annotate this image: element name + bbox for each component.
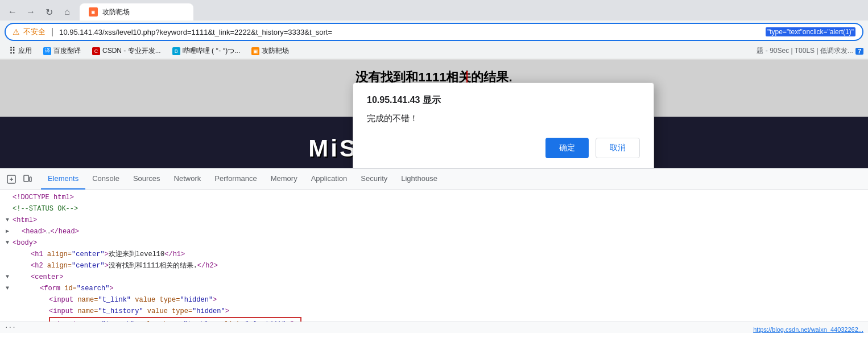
h1-close-tag: </h1> xyxy=(164,249,185,260)
devtools-panel: Elements Console Sources Network Perform… xyxy=(0,168,868,333)
security-warning-icon: ⚠ xyxy=(13,27,20,36)
target-icon: ▣ xyxy=(251,47,259,55)
tab-sources[interactable]: Sources xyxy=(126,169,167,190)
bookmark-bilibili-label: 哔哩哔哩 ( °- °)つ... xyxy=(183,46,241,56)
h2-content: 没有找到和1111相关的结果. xyxy=(109,260,197,271)
collapse-arrow[interactable] xyxy=(6,249,13,260)
reload-button[interactable]: ↻ xyxy=(41,4,57,20)
input1-space xyxy=(131,294,135,306)
tab-bar: ← → ↻ ⌂ ▣ 攻防靶场 xyxy=(0,0,868,20)
dom-line-form[interactable]: ▼ <form id="search"> xyxy=(5,283,863,294)
bookmark-apps-label: 应用 xyxy=(18,46,32,56)
csdn-icon: C xyxy=(92,47,100,55)
csdn-link[interactable]: https://blog.csdn.net/waixn_44032262... xyxy=(749,326,868,333)
ext-badge: 7 xyxy=(855,48,863,55)
head-tag: <head> xyxy=(22,226,46,237)
phone-icon xyxy=(23,175,32,184)
dom-line-body[interactable]: ▼ <body> xyxy=(5,237,863,249)
back-button[interactable]: ← xyxy=(5,4,20,20)
active-tab[interactable]: ▣ 攻防靶场 xyxy=(80,3,193,20)
tab-network[interactable]: Network xyxy=(167,169,208,190)
doctype-text: <!DOCTYPE html> xyxy=(13,192,74,203)
page-content: 没有找到和1111相关的结果. MiSSiOn LEVEL 10 type=te… xyxy=(0,60,868,168)
collapse-arrow[interactable]: ▼ xyxy=(6,237,13,249)
bookmark-target-label: 攻防靶场 xyxy=(262,46,289,56)
tab-console[interactable]: Console xyxy=(85,169,126,190)
dom-line-head[interactable]: ▶ <head>…</head> xyxy=(5,226,863,237)
dom-line-h1[interactable]: <h1 align="center">欢迎来到level10</h1> xyxy=(5,249,863,260)
collapse-arrow[interactable] xyxy=(6,203,13,215)
dom-line-input2[interactable]: <input name="t_history" value type="hidd… xyxy=(5,306,863,317)
apps-icon: ⠿ xyxy=(9,46,16,56)
h1-attr: align= xyxy=(47,249,72,260)
address-input-wrap[interactable]: ⚠ 不安全 | 10.95.141.43/xss/level10.php?key… xyxy=(5,23,863,41)
collapse-arrow[interactable]: ▼ xyxy=(6,271,13,283)
input2-tag: <input xyxy=(49,306,77,317)
collapse-arrow[interactable] xyxy=(6,306,13,317)
html-tag: <html> xyxy=(13,215,37,226)
home-button[interactable]: ⌂ xyxy=(59,4,75,20)
devtools-status-bar: ··· https://blog.csdn.net/waixn_44032262… xyxy=(0,322,868,333)
input2-space xyxy=(143,306,147,317)
input2-type-val: "hidden" xyxy=(192,306,225,317)
input1-close: > xyxy=(213,294,217,306)
collapse-arrow[interactable]: ▶ xyxy=(6,226,13,237)
center-tag: <center> xyxy=(31,271,64,283)
input1-name-attr: name= xyxy=(77,294,98,306)
devtools-tabs: Elements Console Sources Network Perform… xyxy=(0,169,868,190)
input2-name-val: "t_history" xyxy=(98,306,143,317)
collapse-arrow[interactable] xyxy=(6,260,13,271)
bookmark-baidu[interactable]: 译 百度翻译 xyxy=(39,45,85,57)
forward-button[interactable]: → xyxy=(23,4,39,20)
h2-attr-val: "center" xyxy=(72,260,105,271)
dom-line-status[interactable]: <!--STATUS OK--> xyxy=(5,203,863,215)
bookmark-target[interactable]: ▣ 攻防靶场 xyxy=(247,45,294,57)
collapse-arrow[interactable]: ▼ xyxy=(6,215,13,226)
input1-name-val: "t_link" xyxy=(98,294,131,306)
body-tag: <body> xyxy=(13,237,37,249)
form-id-val: "search" xyxy=(77,283,110,294)
tab-performance[interactable]: Performance xyxy=(208,169,263,190)
input2-close: > xyxy=(225,306,229,317)
input2-type-attr: type= xyxy=(172,306,192,317)
bookmark-bilibili[interactable]: B 哔哩哔哩 ( °- °)つ... xyxy=(168,45,245,57)
collapse-arrow[interactable]: ▼ xyxy=(6,283,13,294)
address-bar: ⚠ 不安全 | 10.95.141.43/xss/level10.php?key… xyxy=(0,20,868,43)
tab-memory[interactable]: Memory xyxy=(264,169,304,190)
svg-rect-4 xyxy=(30,177,31,182)
collapse-arrow[interactable] xyxy=(6,294,13,306)
inspect-icon-button[interactable] xyxy=(5,172,18,186)
tab-security[interactable]: Security xyxy=(354,169,394,190)
tab-lighthouse[interactable]: Lighthouse xyxy=(394,169,444,190)
url-main: 10.95.141.43/xss/level10.php?keyword=111… xyxy=(59,28,762,36)
dom-viewer: <!DOCTYPE html> <!--STATUS OK--> ▼ <html… xyxy=(0,190,868,333)
h1-attr-val: "center" xyxy=(72,249,105,260)
input1-type-attr: type= xyxy=(159,294,180,306)
nav-buttons: ← → ↻ ⌂ xyxy=(5,4,75,20)
bookmark-csdn[interactable]: C CSDN - 专业开发... xyxy=(88,45,166,57)
tab-application[interactable]: Application xyxy=(304,169,354,190)
dom-line-input1[interactable]: <input name="t_link" value type="hidden"… xyxy=(5,294,863,306)
device-icon-button[interactable] xyxy=(20,172,34,186)
bookmark-csdn-label: CSDN - 专业开发... xyxy=(102,46,161,56)
url-highlight: "type="text"onclick="alert(1)" xyxy=(766,27,855,36)
tab-title: 攻防靶场 xyxy=(102,7,184,17)
bilibili-icon: B xyxy=(172,47,180,55)
h1-content: 欢迎来到level10 xyxy=(109,249,164,260)
dom-line-html[interactable]: ▼ <html> xyxy=(5,215,863,226)
tab-elements[interactable]: Elements xyxy=(41,169,85,190)
baidu-icon: 译 xyxy=(43,47,51,55)
h2-tag: <h2 xyxy=(31,260,47,271)
collapse-arrow[interactable] xyxy=(6,192,13,203)
h2-attr: align= xyxy=(47,260,72,271)
alert-confirm-button[interactable]: 确定 xyxy=(545,138,589,158)
dom-line-center[interactable]: ▼ <center> xyxy=(5,271,863,283)
devtools-icons xyxy=(5,172,34,186)
alert-cancel-button[interactable]: 取消 xyxy=(596,138,640,158)
dom-line-doctype[interactable]: <!DOCTYPE html> xyxy=(5,192,863,203)
bookmark-apps[interactable]: ⠿ 应用 xyxy=(5,44,36,57)
h1-tag: <h1 xyxy=(31,249,47,260)
h2-close: > xyxy=(105,260,109,271)
input1-type-val: "hidden" xyxy=(180,294,213,306)
dom-line-h2[interactable]: <h2 align="center">没有找到和1111相关的结果.</h2> xyxy=(5,260,863,271)
